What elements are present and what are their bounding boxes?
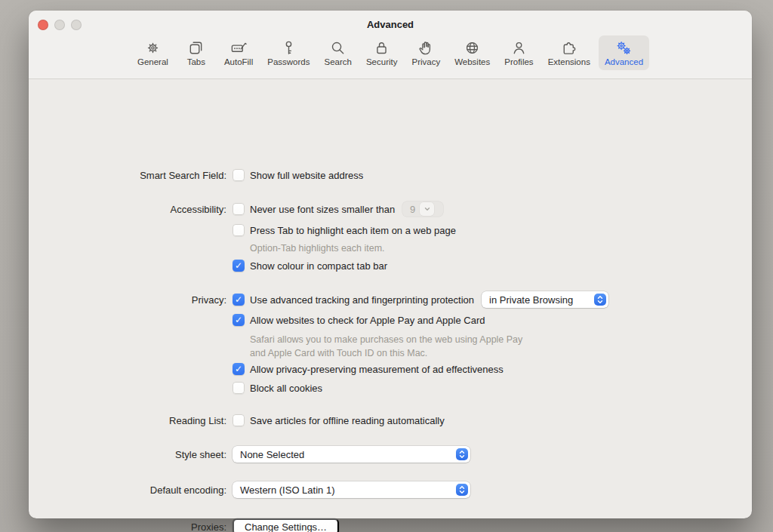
tab-profiles[interactable]: Profiles — [498, 35, 539, 70]
gears-icon — [615, 39, 633, 57]
checkbox-label: Allow websites to check for Apple Pay an… — [250, 315, 485, 326]
tab-privacy[interactable]: Privacy — [405, 35, 446, 70]
globe-icon — [463, 39, 481, 57]
block-cookies-checkbox-item[interactable]: Block all cookies — [233, 382, 322, 394]
tab-autofill[interactable]: AutoFill — [218, 35, 259, 70]
smart-search-label: Smart Search Field: — [29, 170, 226, 181]
updown-chevrons-icon — [456, 484, 468, 496]
checkbox-label: Never use font sizes smaller than — [250, 204, 395, 215]
tab-extensions[interactable]: Extensions — [542, 35, 596, 70]
checkbox-label: Show colour in compact tab bar — [250, 260, 387, 272]
privacy-label: Privacy: — [29, 294, 226, 306]
privacy-row-1: Privacy: Use advanced tracking and finge… — [29, 291, 752, 308]
advanced-pane: Smart Search Field: Show full website ad… — [29, 79, 752, 518]
tab-general[interactable]: General — [131, 35, 174, 70]
checkbox-label: Press Tab to highlight each item on a we… — [250, 225, 456, 236]
tab-label: General — [137, 57, 168, 67]
accessibility-row-1: Accessibility: Never use font sizes smal… — [29, 201, 752, 217]
updown-chevrons-icon — [456, 448, 468, 460]
tab-tabs[interactable]: Tabs — [177, 35, 216, 70]
tab-advanced[interactable]: Advanced — [599, 35, 649, 70]
tab-label: AutoFill — [224, 57, 253, 67]
default-encoding-select[interactable]: Western (ISO Latin 1) — [233, 481, 470, 498]
checkbox[interactable] — [233, 260, 245, 272]
window-title: Advanced — [29, 19, 752, 30]
tracking-protection-checkbox-item[interactable]: Use advanced tracking and fingerprinting… — [233, 294, 474, 306]
checkbox[interactable] — [233, 169, 245, 181]
chevron-down-icon — [420, 202, 434, 216]
checkbox-label: Save articles for offline reading automa… — [250, 415, 445, 426]
checkbox[interactable] — [233, 363, 245, 375]
hand-icon — [417, 39, 435, 57]
caption-line: Safari allows you to make purchases on t… — [250, 333, 522, 346]
magnifier-icon — [329, 39, 346, 57]
tab-passwords[interactable]: Passwords — [261, 35, 316, 70]
tab-security[interactable]: Security — [360, 35, 404, 70]
checkbox[interactable] — [233, 203, 245, 215]
tab-label: Privacy — [411, 57, 440, 67]
reading-list-label: Reading List: — [29, 415, 226, 426]
tab-label: Security — [366, 57, 398, 67]
privacy-row-2: Allow websites to check for Apple Pay an… — [29, 312, 752, 328]
select-value: in Private Browsing — [489, 294, 573, 306]
caption-line: and Apple Card with Touch ID on this Mac… — [250, 346, 522, 360]
proxies-row: Proxies: Change Settings… — [29, 518, 752, 532]
tab-label: Websites — [454, 57, 490, 67]
select-value: Western (ISO Latin 1) — [240, 484, 334, 496]
titlebar: Advanced General Tabs AutoFill — [29, 11, 752, 79]
tab-label: Search — [324, 57, 351, 67]
person-icon — [510, 39, 528, 57]
tab-label: Tabs — [187, 57, 205, 67]
press-tab-checkbox-item[interactable]: Press Tab to highlight each item on a we… — [233, 224, 456, 236]
checkbox-label: Use advanced tracking and fingerprinting… — [250, 294, 474, 306]
accessibility-row-3: Show colour in compact tab bar — [29, 257, 752, 274]
updown-chevrons-icon — [594, 294, 606, 306]
safari-settings-window: Advanced General Tabs AutoFill — [29, 11, 752, 518]
style-sheet-label: Style sheet: — [29, 449, 226, 460]
autofill-icon — [230, 39, 248, 57]
tracking-protection-select[interactable]: in Private Browsing — [482, 291, 608, 308]
lock-icon — [373, 39, 390, 57]
checkbox-label: Allow privacy-preserving measurement of … — [250, 364, 504, 375]
tab-search[interactable]: Search — [318, 35, 357, 70]
checkbox[interactable] — [233, 414, 245, 426]
reading-list-row: Reading List: Save articles for offline … — [29, 412, 752, 429]
checkbox[interactable] — [233, 382, 245, 394]
apple-pay-caption: Safari allows you to make purchases on t… — [250, 333, 522, 360]
style-sheet-row: Style sheet: None Selected — [29, 446, 752, 463]
key-icon — [280, 39, 297, 57]
ad-measurement-checkbox-item[interactable]: Allow privacy-preserving measurement of … — [233, 363, 504, 375]
select-value: None Selected — [240, 449, 304, 460]
privacy-row-4: Block all cookies — [29, 380, 752, 396]
privacy-row-3: Allow privacy-preserving measurement of … — [29, 361, 752, 377]
proxies-label: Proxies: — [29, 521, 226, 532]
font-size-value: 9 — [410, 204, 415, 215]
desktop: { "window_title": "Advanced", "toolbar":… — [0, 0, 773, 532]
press-tab-caption: Option-Tab highlights each item. — [250, 241, 385, 255]
show-full-address-checkbox-item[interactable]: Show full website address — [233, 169, 363, 181]
accessibility-label: Accessibility: — [29, 204, 226, 215]
smart-search-row: Smart Search Field: Show full website ad… — [29, 167, 752, 183]
default-encoding-row: Default encoding: Western (ISO Latin 1) — [29, 481, 752, 498]
tabs-icon — [187, 39, 205, 57]
tab-websites[interactable]: Websites — [448, 35, 496, 70]
show-colour-checkbox-item[interactable]: Show colour in compact tab bar — [233, 260, 387, 272]
accessibility-row-2: Press Tab to highlight each item on a we… — [29, 222, 752, 238]
apple-pay-checkbox-item[interactable]: Allow websites to check for Apple Pay an… — [233, 314, 485, 326]
tab-label: Extensions — [548, 57, 590, 67]
checkbox[interactable] — [233, 224, 245, 236]
tab-label: Advanced — [605, 57, 643, 67]
save-articles-checkbox-item[interactable]: Save articles for offline reading automa… — [233, 414, 445, 426]
default-encoding-label: Default encoding: — [29, 484, 226, 496]
change-settings-button[interactable]: Change Settings… — [233, 518, 339, 532]
settings-toolbar: General Tabs AutoFill Passwords — [29, 35, 752, 70]
font-size-select: 9 — [402, 201, 443, 217]
tab-label: Passwords — [267, 57, 310, 67]
style-sheet-select[interactable]: None Selected — [233, 446, 470, 463]
checkbox[interactable] — [233, 314, 245, 326]
puzzle-icon — [560, 39, 577, 57]
tab-label: Profiles — [504, 57, 533, 67]
checkbox-label: Block all cookies — [250, 383, 322, 394]
never-use-fonts-checkbox-item[interactable]: Never use font sizes smaller than — [233, 203, 395, 215]
checkbox[interactable] — [233, 294, 245, 306]
